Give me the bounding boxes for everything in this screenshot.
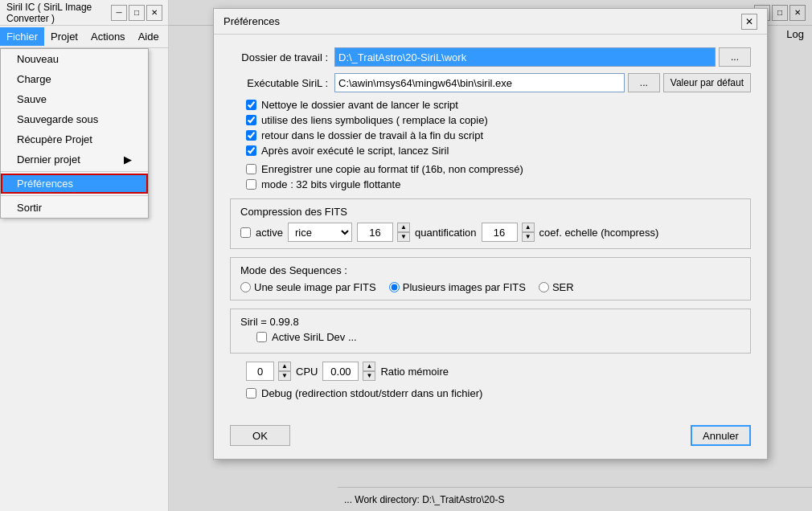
checkbox-return: retour dans le dossier de travail à la f… bbox=[230, 129, 751, 141]
dialog-body: Dossier de travail : ... Exécutable Siri… bbox=[214, 35, 767, 419]
checkbox-float-label: mode : 32 bits virgule flottante bbox=[261, 178, 400, 190]
checkbox-symlinks-label: utilise des liens symboliques ( remplace… bbox=[261, 114, 488, 126]
mode-title: Mode des Sequences : bbox=[240, 264, 740, 276]
menu-item-dernier[interactable]: Dernier projet ▶ bbox=[1, 149, 148, 170]
fits-coef-spinner: ▲ ▼ bbox=[522, 223, 535, 242]
siril-version-label: Siril = 0.99.8 bbox=[240, 316, 740, 328]
exec-input[interactable] bbox=[334, 73, 625, 92]
preferences-dialog: Préférences ✕ Dossier de travail : ... E… bbox=[213, 8, 768, 460]
fits-quantification-input[interactable] bbox=[357, 223, 393, 242]
dropdown-menu: Nouveau Charge Sauve Sauvegarde sous Réc… bbox=[0, 48, 149, 219]
checkbox-tif-input[interactable] bbox=[246, 164, 256, 174]
mode-multiple-radio[interactable] bbox=[389, 282, 400, 292]
fits-compression-group: Compression des FITS active rice ▲ ▼ qua… bbox=[230, 198, 751, 249]
fits-coef-input[interactable] bbox=[482, 223, 518, 242]
title-bar-controls: ─ □ ✕ bbox=[111, 5, 162, 21]
dialog-overlay: Préférences ✕ Dossier de travail : ... E… bbox=[169, 0, 812, 511]
ratio-up[interactable]: ▲ bbox=[363, 362, 375, 371]
menu-projet[interactable]: Projet bbox=[44, 27, 84, 46]
checkbox-clean-label: Nettoye le dossier avant de lancer le sc… bbox=[261, 99, 458, 111]
fits-active-label: active bbox=[256, 227, 283, 239]
work-dir-browse-button[interactable]: ... bbox=[719, 47, 751, 67]
cpu-up[interactable]: ▲ bbox=[278, 362, 291, 371]
checkbox-clean-input[interactable] bbox=[246, 100, 256, 110]
fits-algorithm-select[interactable]: rice bbox=[288, 223, 352, 242]
fits-quantification-down[interactable]: ▼ bbox=[397, 232, 410, 242]
menu-item-sauve[interactable]: Sauve bbox=[1, 89, 148, 109]
siril-dev-label: Active SiriL Dev ... bbox=[272, 331, 357, 343]
cpu-label: CPU bbox=[296, 366, 318, 378]
work-dir-label: Dossier de travail : bbox=[230, 51, 334, 63]
checkbox-clean: Nettoye le dossier avant de lancer le sc… bbox=[230, 99, 751, 111]
exec-row: Exécutable SiriL : ... Valeur par défaut bbox=[230, 73, 751, 92]
fits-active-checkbox[interactable] bbox=[240, 227, 251, 238]
menu-item-recupere[interactable]: Récupère Projet bbox=[1, 129, 148, 149]
mode-ser: SER bbox=[539, 281, 574, 293]
debug-checkbox[interactable] bbox=[246, 388, 256, 399]
fits-coef-up[interactable]: ▲ bbox=[522, 223, 535, 232]
minimize-button[interactable]: ─ bbox=[111, 5, 127, 21]
siril-dev-checkbox[interactable] bbox=[256, 332, 267, 342]
menu-aide[interactable]: Aide bbox=[132, 27, 166, 46]
ok-button[interactable]: OK bbox=[230, 425, 290, 446]
cpu-row: ▲ ▼ CPU ▲ ▼ Ratio mémoire bbox=[246, 362, 751, 381]
cpu-spinner: ▲ ▼ bbox=[278, 362, 291, 381]
mode-multiple: Plusieurs images par FITS bbox=[389, 281, 526, 293]
checkbox-launch-siril-input[interactable] bbox=[246, 145, 256, 156]
menu-item-nouveau[interactable]: Nouveau bbox=[1, 49, 148, 69]
cpu-down[interactable]: ▼ bbox=[278, 371, 291, 381]
checkbox-launch-siril-label: Après avoir exécuté le script, lancez Si… bbox=[261, 145, 449, 157]
left-panel: Siril IC ( SiriL Image Converter ) ─ □ ✕… bbox=[0, 0, 169, 511]
checkbox-group-top: Nettoye le dossier avant de lancer le sc… bbox=[230, 99, 751, 157]
checkbox-tif-label: Enregistrer une copie au format tif (16b… bbox=[261, 163, 523, 175]
menu-item-sauvegarde[interactable]: Sauvegarde sous bbox=[1, 109, 148, 129]
menu-fichier[interactable]: Fichier bbox=[0, 27, 44, 46]
ratio-spinner: ▲ ▼ bbox=[363, 362, 375, 381]
checkbox-float: mode : 32 bits virgule flottante bbox=[230, 178, 751, 190]
menu-item-charge[interactable]: Charge bbox=[1, 69, 148, 89]
menu-separator bbox=[1, 171, 148, 172]
ratio-input[interactable] bbox=[322, 362, 359, 381]
debug-row: Debug (redirection stdout/stderr dans un… bbox=[246, 387, 751, 399]
fits-quantification-label: quantification bbox=[415, 227, 477, 239]
mode-sequences-group: Mode des Sequences : Une seule image par… bbox=[230, 257, 751, 300]
work-dir-input[interactable] bbox=[334, 47, 716, 67]
mode-single: Une seule image par FITS bbox=[240, 281, 376, 293]
default-value-button[interactable]: Valeur par défaut bbox=[663, 73, 751, 92]
dialog-close-button[interactable]: ✕ bbox=[741, 14, 757, 30]
fits-compression-title: Compression des FITS bbox=[240, 206, 740, 218]
menu-item-sortir[interactable]: Sortir bbox=[1, 198, 148, 218]
mode-single-radio[interactable] bbox=[240, 282, 251, 292]
fits-compression-row: active rice ▲ ▼ quantification ▲ ▼ bbox=[240, 223, 740, 242]
exec-browse-button[interactable]: ... bbox=[628, 73, 660, 92]
close-button[interactable]: ✕ bbox=[146, 5, 162, 21]
exec-label: Exécutable SiriL : bbox=[230, 77, 334, 89]
mode-ser-label: SER bbox=[552, 281, 574, 293]
app-title: Siril IC ( SiriL Image Converter ) bbox=[6, 2, 111, 24]
menu-actions[interactable]: Actions bbox=[84, 27, 132, 46]
mode-radio-row: Une seule image par FITS Plusieurs image… bbox=[240, 281, 740, 293]
ratio-label: Ratio mémoire bbox=[380, 366, 449, 378]
menu-separator2 bbox=[1, 195, 148, 196]
menu-item-preferences[interactable]: Préférences bbox=[1, 174, 148, 194]
checkbox-symlinks-input[interactable] bbox=[246, 115, 256, 125]
maximize-button[interactable]: □ bbox=[129, 5, 145, 21]
checkbox-return-input[interactable] bbox=[246, 130, 256, 141]
checkbox-launch-siril: Après avoir exécuté le script, lancez Si… bbox=[230, 145, 751, 157]
ratio-down[interactable]: ▼ bbox=[363, 371, 375, 381]
mode-ser-radio[interactable] bbox=[539, 282, 549, 292]
fits-coef-down[interactable]: ▼ bbox=[522, 232, 535, 242]
mode-single-label: Une seule image par FITS bbox=[254, 281, 376, 293]
fits-quantification-up[interactable]: ▲ bbox=[397, 223, 410, 232]
siril-section: Siril = 0.99.8 Active SiriL Dev ... bbox=[230, 309, 751, 354]
dialog-title-bar: Préférences ✕ bbox=[214, 9, 767, 35]
fits-quantification-spinner: ▲ ▼ bbox=[397, 223, 410, 242]
mode-multiple-label: Plusieurs images par FITS bbox=[403, 281, 526, 293]
siril-dev-row: Active SiriL Dev ... bbox=[240, 331, 740, 343]
fits-coef-label: coef. echelle (hcompress) bbox=[539, 227, 659, 239]
checkbox-return-label: retour dans le dossier de travail à la f… bbox=[261, 129, 483, 141]
dialog-footer: OK Annuler bbox=[214, 419, 767, 459]
checkbox-float-input[interactable] bbox=[246, 179, 256, 190]
cancel-button[interactable]: Annuler bbox=[691, 425, 751, 446]
cpu-input[interactable] bbox=[246, 362, 274, 381]
